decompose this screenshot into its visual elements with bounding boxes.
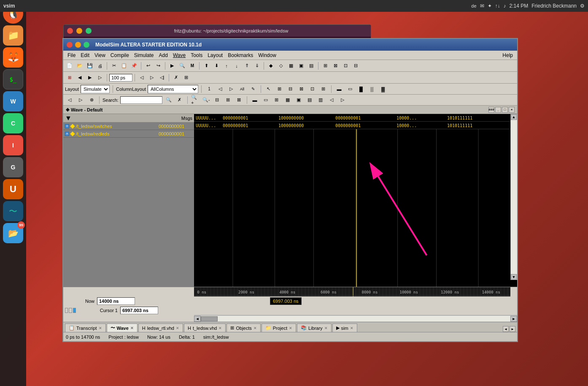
col-btn-edit[interactable]: ✎ <box>248 85 258 93</box>
wave-layout5[interactable]: ▣ <box>294 96 303 104</box>
tab-objects[interactable]: ⊞ Objects ✕ <box>227 323 260 332</box>
cursor-icon1[interactable] <box>65 308 68 313</box>
zoom-btn3[interactable]: ⊠ <box>297 85 306 93</box>
tb2-fwd2[interactable]: ▷ <box>95 73 105 82</box>
cursor-icon3[interactable] <box>73 308 76 313</box>
tb2-b1[interactable]: ⊞ <box>65 73 74 82</box>
scrollbar-left[interactable]: ◄ <box>194 316 201 322</box>
tb-open[interactable]: 📂 <box>75 62 84 70</box>
tab-t-ledsw[interactable]: H t_ledsw.vhd ✕ <box>184 323 226 332</box>
zoom-out[interactable]: 🔍- <box>202 96 211 104</box>
tb2-b3[interactable]: ◁ <box>137 73 146 82</box>
settings-icon[interactable]: ⚙ <box>580 3 585 9</box>
search-input[interactable] <box>120 96 162 104</box>
terminal-close-btn[interactable] <box>67 28 73 34</box>
search-go[interactable]: 🔍 <box>164 96 173 104</box>
tb-wave3[interactable]: ▦ <box>286 62 296 70</box>
wave-layout3[interactable]: ⊞ <box>272 96 281 104</box>
menu-compile[interactable]: Compile <box>108 52 132 59</box>
taskbar-unity[interactable]: U <box>3 179 23 199</box>
wave-view1[interactable]: ▬ <box>334 85 344 93</box>
tab-transcript[interactable]: 📋 Transcript ✕ <box>65 323 106 332</box>
scrollbar-down[interactable]: ▼ <box>511 274 517 280</box>
tb-undo[interactable]: ↩ <box>143 62 153 70</box>
col-btn2[interactable]: ◁ <box>216 85 225 93</box>
wave-minimize-btn[interactable]: _ <box>495 107 501 113</box>
tab-wave[interactable]: 〜 Wave ✕ <box>107 323 138 332</box>
menu-add[interactable]: Add <box>156 52 170 59</box>
zoom-fit[interactable]: ⊟ <box>213 96 222 104</box>
zoom-btn5[interactable]: ⊞ <box>319 85 328 93</box>
wave-layout4[interactable]: ▦ <box>283 96 292 104</box>
taskbar-firefox[interactable]: 🦊 <box>3 47 23 68</box>
wave-view3[interactable]: █ <box>356 85 366 93</box>
taskbar-impress[interactable]: I <box>3 135 23 155</box>
col-btn3[interactable]: ▷ <box>227 85 236 93</box>
scrollbar-vertical[interactable]: ▲ ▼ <box>510 114 517 280</box>
tb2-b6[interactable]: ✗ <box>171 73 181 82</box>
tb2-b5[interactable]: ◁| <box>157 73 167 82</box>
taskbar-files2[interactable]: 📂 99 <box>3 223 23 243</box>
wave-close-btn[interactable]: × <box>509 107 515 113</box>
taskbar-wireshark[interactable]: 〜 <box>3 201 23 221</box>
tab-sim[interactable]: ▶ sim ✕ <box>332 323 357 332</box>
signal-expand-switches[interactable]: + <box>65 124 69 128</box>
tb-wave5[interactable]: ▤ <box>307 62 316 70</box>
wave-layout2[interactable]: ▭ <box>261 96 270 104</box>
cursor-icon2[interactable] <box>69 308 72 313</box>
tb-cut[interactable]: ✂ <box>109 62 119 70</box>
menu-layout[interactable]: Layout <box>205 52 225 59</box>
tab-sim-close[interactable]: ✕ <box>350 326 353 330</box>
wave-maximize-btn[interactable]: □ <box>502 107 508 113</box>
terminal-max-btn[interactable] <box>86 28 92 34</box>
menu-simulate[interactable]: Simulate <box>132 52 156 59</box>
zoom-btn2[interactable]: ⊟ <box>286 85 295 93</box>
tab-project[interactable]: 📁 Project ✕ <box>262 323 296 332</box>
search-fwd[interactable]: ▷ <box>76 96 85 104</box>
taskbar-calc[interactable]: C <box>3 113 23 133</box>
col-btn-all[interactable]: All <box>237 85 247 93</box>
menu-wave[interactable]: Wave <box>170 52 188 59</box>
search-back[interactable]: ◁ <box>65 96 74 104</box>
menu-file[interactable]: File <box>65 52 78 59</box>
signal-row-redleds[interactable]: + /t_ledsw/redleds 0000000001 <box>63 130 194 138</box>
tb-sim5[interactable]: ⇑ <box>242 62 251 70</box>
tb-tool2[interactable]: ⊠ <box>331 62 340 70</box>
tab-ledsw-rtl[interactable]: H ledsw_rtl.vhd ✕ <box>138 323 183 332</box>
tb-sim4[interactable]: ↓ <box>232 62 241 70</box>
menu-window[interactable]: Window <box>256 52 279 59</box>
tab-ledsw-rtl-close[interactable]: ✕ <box>176 326 179 330</box>
tb-new[interactable]: 📄 <box>65 62 74 70</box>
scrollbar-horizontal[interactable]: ◄ ► <box>194 315 517 322</box>
tb-save[interactable]: 💾 <box>85 62 94 70</box>
tb-wave2[interactable]: ◇ <box>276 62 286 70</box>
tb-wave1[interactable]: ◆ <box>266 62 275 70</box>
tb-m1[interactable]: M <box>188 62 197 70</box>
tb-sim1[interactable]: ⬆ <box>202 62 211 70</box>
tb-sim3[interactable]: ↑ <box>222 62 231 70</box>
tb-copy[interactable]: 📋 <box>119 62 129 70</box>
wave-layout1[interactable]: ▬ <box>250 96 259 104</box>
tab-nav-right[interactable]: ► <box>510 326 515 332</box>
tb-tool4[interactable]: ⊟ <box>351 62 360 70</box>
zoom-100[interactable]: ⊞ <box>224 96 233 104</box>
layout-select[interactable]: Simulate <box>81 85 110 93</box>
tb-sim2[interactable]: ⬇ <box>212 62 221 70</box>
wave-view2[interactable]: ▭ <box>345 85 355 93</box>
wave-view5[interactable]: ▓ <box>378 85 388 93</box>
col-btn1[interactable]: 1 <box>205 85 214 93</box>
tb-redo[interactable]: ↪ <box>154 62 163 70</box>
signal-row-switches[interactable]: + /t_ledsw/switches 0000000001 <box>63 122 194 130</box>
search-clear[interactable]: ✗ <box>175 96 184 104</box>
zoom-btn4[interactable]: ⊡ <box>308 85 317 93</box>
menu-tools[interactable]: Tools <box>188 52 205 59</box>
wave-view4[interactable]: ▒ <box>367 85 377 93</box>
tb2-b7[interactable]: ⊞ <box>181 73 191 82</box>
tab-library[interactable]: 📚 Library ✕ <box>297 323 332 332</box>
taskbar-writer[interactable]: W <box>3 91 23 111</box>
tab-t-ledsw-close[interactable]: ✕ <box>218 326 222 330</box>
waveform-main[interactable] <box>194 129 517 287</box>
wave-layout7[interactable]: ▥ <box>316 96 325 104</box>
zoom-in[interactable]: 🔍+ <box>191 96 200 104</box>
tab-transcript-close[interactable]: ✕ <box>99 326 102 330</box>
